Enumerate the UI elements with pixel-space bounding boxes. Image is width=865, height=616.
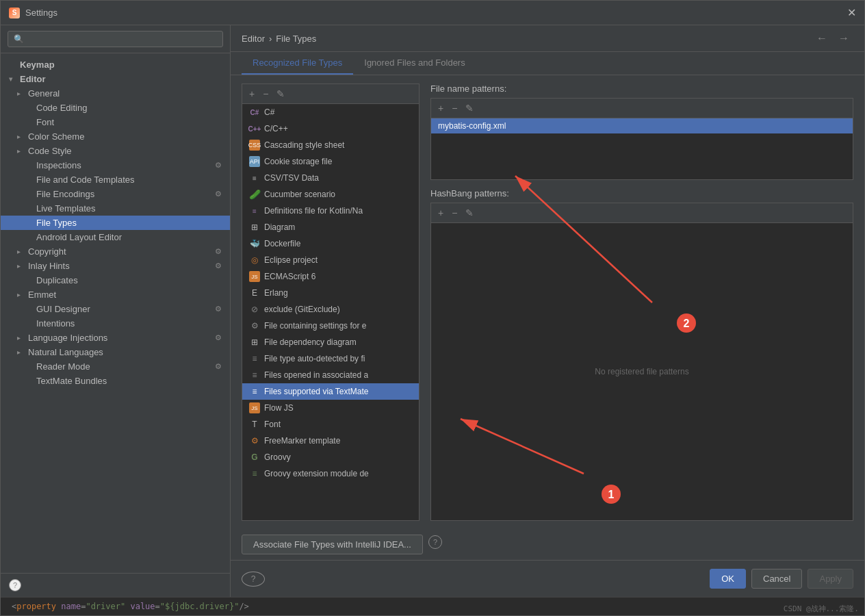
remove-pattern-button[interactable]: −	[449, 101, 460, 115]
sidebar-item-label: TextMate Bundles	[36, 376, 107, 386]
settings-icon-inspections: ⚙	[215, 161, 222, 170]
sidebar-item-file-types[interactable]: File Types	[1, 216, 230, 230]
file-item-label: Files opened in associated a	[264, 370, 368, 380]
associate-file-types-button[interactable]: Associate File Types with IntelliJ IDEA.…	[242, 535, 423, 554]
right-panel: File name patterns: + − ✎ mybatis-config…	[419, 84, 853, 521]
list-item[interactable]: JS Flow JS	[242, 400, 419, 416]
sidebar-item-label: Inlay Hints	[28, 261, 70, 271]
file-auto-icon: ≡	[249, 353, 260, 364]
sidebar-item-editor[interactable]: ▾ Editor	[1, 72, 230, 86]
sidebar-item-emmet[interactable]: ▸ Emmet	[1, 287, 230, 302]
list-item[interactable]: G Groovy	[242, 449, 419, 465]
list-item[interactable]: ≡ Definitions file for Kotlin/Na	[242, 203, 419, 219]
remove-file-type-button[interactable]: −	[260, 87, 271, 101]
file-list: C# C# C++ C/C++ CSS Cascading style shee…	[242, 104, 419, 520]
tab-recognized[interactable]: Recognized File Types	[242, 52, 353, 75]
list-item[interactable]: ≡ Files opened in associated a	[242, 367, 419, 383]
list-item[interactable]: ⊞ Diagram	[242, 219, 419, 235]
sidebar-item-label: Font	[36, 117, 54, 127]
sidebar-item-reader-mode[interactable]: Reader Mode ⚙	[1, 359, 230, 374]
sidebar-item-natural-languages[interactable]: ▸ Natural Languages	[1, 345, 230, 359]
file-item-label: Dockerfile	[264, 239, 300, 248]
sidebar-item-font[interactable]: Font	[1, 115, 230, 129]
list-item[interactable]: E Erlang	[242, 285, 419, 301]
pattern-toolbar: + − ✎	[431, 99, 853, 118]
edit-file-type-button[interactable]: ✎	[274, 87, 287, 101]
sidebar-item-file-code-templates[interactable]: File and Code Templates	[1, 172, 230, 187]
sidebar-item-live-templates[interactable]: Live Templates	[1, 201, 230, 216]
add-file-type-button[interactable]: +	[246, 87, 257, 101]
main-content: + − ✎ C# C# C++ C/C++	[231, 75, 864, 529]
list-item[interactable]: API Cookie storage file	[242, 153, 419, 170]
sidebar: Keymap ▾ Editor ▸ General Code Editing	[1, 25, 231, 597]
sidebar-item-android-layout[interactable]: Android Layout Editor	[1, 230, 230, 244]
pattern-item-mybatis[interactable]: mybatis-config.xml	[431, 118, 853, 133]
list-item[interactable]: CSS Cascading style sheet	[242, 137, 419, 153]
cookie-icon: API	[249, 156, 260, 167]
edit-pattern-button[interactable]: ✎	[463, 101, 476, 115]
list-item[interactable]: ⚙ FreeMarker template	[242, 433, 419, 449]
expand-icon-color-scheme: ▸	[17, 133, 24, 140]
breadcrumb-parent: Editor	[242, 34, 265, 44]
sidebar-help-button[interactable]: ?	[9, 579, 21, 591]
list-item[interactable]: ◎ Eclipse project	[242, 252, 419, 268]
add-hashbang-button[interactable]: +	[435, 206, 446, 220]
files-assoc-icon: ≡	[249, 370, 260, 381]
associate-help-button[interactable]: ?	[428, 535, 442, 549]
list-item[interactable]: C++ C/C++	[242, 120, 419, 137]
edit-hashbang-button[interactable]: ✎	[463, 206, 476, 220]
file-dep-icon: ⊞	[249, 337, 260, 348]
file-name-patterns-panel: + − ✎ mybatis-config.xml	[430, 98, 853, 180]
list-item[interactable]: ⚙ File containing settings for e	[242, 318, 419, 334]
sidebar-item-file-encodings[interactable]: File Encodings ⚙	[1, 187, 230, 201]
csv-icon: ≡	[249, 172, 260, 183]
list-item[interactable]: ⊞ File dependency diagram	[242, 334, 419, 350]
add-pattern-button[interactable]: +	[435, 101, 446, 115]
cucumber-icon: 🥒	[249, 189, 260, 200]
sidebar-item-copyright[interactable]: ▸ Copyright ⚙	[1, 244, 230, 259]
ok-button[interactable]: OK	[710, 569, 746, 589]
list-item[interactable]: 🐳 Dockerfile	[242, 235, 419, 252]
sidebar-item-inspections[interactable]: Inspections ⚙	[1, 158, 230, 172]
list-item[interactable]: ≡ CSV/TSV Data	[242, 170, 419, 186]
sidebar-item-keymap[interactable]: Keymap	[1, 57, 230, 72]
help-button[interactable]: ?	[242, 572, 265, 587]
file-item-label: Cookie storage file	[264, 157, 332, 166]
list-item[interactable]: C# C#	[242, 104, 419, 120]
file-list-toolbar: + − ✎	[242, 84, 419, 104]
main-panel: Editor › File Types ← → Recognized File …	[231, 25, 864, 597]
hashbang-patterns-section: HashBang patterns: + − ✎ No registered f…	[430, 188, 853, 521]
apply-button[interactable]: Apply	[808, 569, 853, 589]
close-button[interactable]: ✕	[847, 6, 856, 19]
sidebar-item-language-injections[interactable]: ▸ Language Injections ⚙	[1, 331, 230, 345]
nav-forward-button[interactable]: →	[834, 31, 853, 46]
file-item-label: Erlang	[264, 288, 288, 298]
sidebar-item-duplicates[interactable]: Duplicates	[1, 273, 230, 287]
list-item[interactable]: 🥒 Cucumber scenario	[242, 186, 419, 203]
sidebar-item-gui-designer[interactable]: GUI Designer ⚙	[1, 302, 230, 316]
sidebar-item-general[interactable]: ▸ General	[1, 86, 230, 101]
sidebar-item-code-editing[interactable]: Code Editing	[1, 101, 230, 115]
sidebar-item-label: File Encodings	[36, 189, 94, 199]
sidebar-item-color-scheme[interactable]: ▸ Color Scheme	[1, 129, 230, 144]
list-item[interactable]: ≡ Groovy extension module de	[242, 465, 419, 482]
list-item[interactable]: T Font	[242, 416, 419, 433]
search-input[interactable]	[8, 31, 223, 47]
list-item[interactable]: JS ECMAScript 6	[242, 268, 419, 285]
sidebar-item-inlay-hints[interactable]: ▸ Inlay Hints ⚙	[1, 259, 230, 273]
list-item[interactable]: ≡ File type auto-detected by fi	[242, 350, 419, 367]
list-item[interactable]: ⊘ exclude (GitExclude)	[242, 301, 419, 318]
sidebar-item-intentions[interactable]: Intentions	[1, 316, 230, 331]
breadcrumb-current: File Types	[276, 34, 316, 44]
sidebar-item-label: Intentions	[36, 318, 75, 329]
file-item-label: C/C++	[264, 124, 288, 133]
sidebar-item-label: Natural Languages	[28, 347, 103, 357]
sidebar-item-code-style[interactable]: ▸ Code Style	[1, 144, 230, 158]
tab-ignored[interactable]: Ignored Files and Folders	[353, 52, 476, 75]
nav-back-button[interactable]: ←	[812, 31, 831, 46]
remove-hashbang-button[interactable]: −	[449, 206, 460, 220]
file-item-label: Eclipse project	[264, 255, 318, 265]
sidebar-item-textmate-bundles[interactable]: TextMate Bundles	[1, 374, 230, 388]
list-item-textmate[interactable]: ≡ Files supported via TextMate	[242, 383, 419, 400]
cancel-button[interactable]: Cancel	[751, 569, 802, 589]
